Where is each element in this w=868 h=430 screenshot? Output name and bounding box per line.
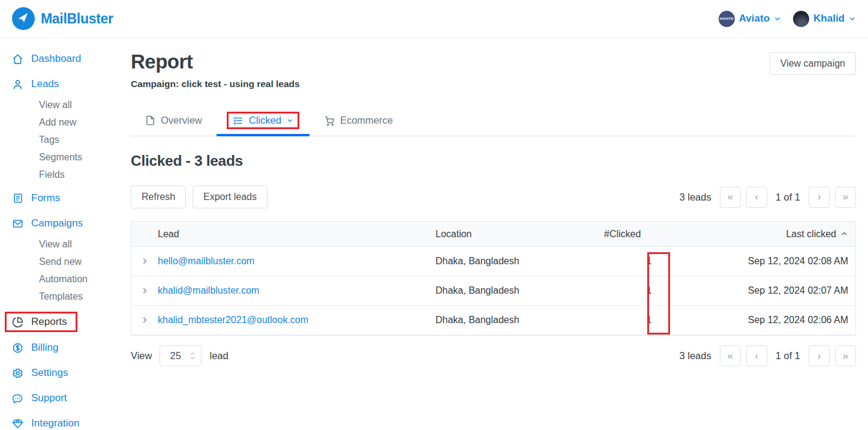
lead-location: Dhaka, Bangladesh: [435, 315, 593, 326]
user-avatar: [793, 11, 809, 27]
expand-row-button[interactable]: [131, 257, 158, 265]
sidebar-item-settings[interactable]: Settings: [12, 367, 68, 379]
leads-count: 3 leads: [679, 350, 711, 362]
gear-icon: [12, 368, 23, 379]
last-clicked-date: Sep 12, 2024 02:08 AM: [705, 256, 855, 267]
tab-label: Ecommerce: [340, 115, 393, 126]
campaign-subtitle: Campaign: click test - using real leads: [131, 79, 300, 89]
column-header-last-clicked[interactable]: Last clicked: [705, 229, 855, 240]
mailbluster-logo-icon: [12, 7, 35, 30]
sidebar-item-campaigns[interactable]: Campaigns: [12, 217, 83, 229]
tab-overview[interactable]: Overview: [131, 108, 217, 136]
sidebar-subitem-send-new[interactable]: Send new: [39, 256, 131, 267]
tab-label: Clicked: [249, 115, 281, 126]
sidebar-item-leads[interactable]: Leads: [12, 78, 59, 90]
table-row: khalid@mailbluster.com Dhaka, Bangladesh…: [131, 276, 855, 306]
lead-location: Dhaka, Bangladesh: [435, 256, 593, 267]
lead-location: Dhaka, Bangladesh: [435, 285, 593, 296]
clicked-count: 1: [593, 315, 705, 326]
column-header-location[interactable]: Location: [435, 229, 593, 240]
user-icon: [12, 79, 23, 90]
last-clicked-date: Sep 12, 2024 02:07 AM: [705, 285, 855, 296]
form-icon: [12, 193, 23, 204]
envelope-icon: [12, 218, 23, 229]
account-menu[interactable]: AVIATO Aviato: [719, 11, 781, 27]
sidebar-subitem-view-all[interactable]: View all: [39, 239, 131, 250]
view-label: View: [131, 350, 152, 362]
sidebar-item-forms[interactable]: Forms: [12, 192, 60, 204]
sidebar-subitem-segments[interactable]: Segments: [39, 152, 131, 163]
file-icon: [145, 115, 155, 126]
clicked-tab-annotation: Clicked: [227, 112, 299, 129]
sidebar-subitem-templates[interactable]: Templates: [39, 291, 131, 302]
tab-clicked[interactable]: Clicked: [217, 108, 310, 136]
table-row: hello@mailbluster.com Dhaka, Bangladesh …: [131, 247, 855, 276]
next-page-button[interactable]: ›: [809, 345, 830, 366]
page-indicator: 1 of 1: [776, 350, 800, 362]
sidebar: Dashboard Leads View all Add new Tags Se…: [0, 38, 131, 430]
user-menu-label: Khalid: [813, 13, 845, 25]
gem-icon: [12, 418, 23, 429]
clicked-count: 1: [593, 256, 705, 267]
sidebar-item-reports[interactable]: Reports: [5, 312, 77, 332]
chevron-down-icon: [849, 15, 856, 22]
last-page-button[interactable]: »: [835, 345, 856, 366]
sidebar-item-label: Forms: [31, 192, 60, 204]
pagination-bottom: 3 leads « ‹ 1 of 1 › »: [679, 345, 856, 366]
lead-email-link[interactable]: khalid@mailbluster.com: [158, 285, 259, 295]
column-header-lead[interactable]: Lead: [158, 229, 435, 240]
last-clicked-date: Sep 12, 2024 02:06 AM: [705, 315, 855, 326]
sidebar-subitem-tags[interactable]: Tags: [39, 135, 131, 145]
chevron-down-icon: [287, 117, 293, 124]
column-header-clicked[interactable]: #Clicked: [593, 229, 705, 240]
export-leads-button[interactable]: Export leads: [193, 186, 268, 208]
sidebar-item-label: Support: [31, 392, 67, 404]
clicked-count: 1: [593, 285, 705, 296]
sort-ascending-icon: [840, 230, 848, 238]
sidebar-item-integration[interactable]: Integration: [12, 417, 79, 429]
lead-email-link[interactable]: khalid_mbtester2021@outlook.com: [158, 315, 308, 325]
brand-name: MailBluster: [41, 11, 113, 27]
leads-count: 3 leads: [679, 192, 711, 203]
page-title: Report: [131, 50, 300, 73]
account-avatar: AVIATO: [719, 11, 735, 27]
leads-submenu: View all Add new Tags Segments Fields: [39, 100, 131, 180]
refresh-button[interactable]: Refresh: [131, 186, 186, 208]
sidebar-subitem-view-all[interactable]: View all: [39, 100, 131, 111]
user-menu[interactable]: Khalid: [793, 11, 856, 27]
last-page-button[interactable]: »: [835, 187, 856, 208]
page-indicator: 1 of 1: [776, 192, 800, 203]
expand-row-button[interactable]: [131, 286, 158, 295]
main-content: Report Campaign: click test - using real…: [131, 38, 868, 430]
brand[interactable]: MailBluster: [12, 7, 113, 30]
table-row: khalid_mbtester2021@outlook.com Dhaka, B…: [131, 306, 855, 335]
sidebar-item-label: Billing: [31, 342, 58, 354]
sidebar-item-label: Reports: [31, 316, 67, 328]
list-check-icon: [233, 115, 244, 126]
sidebar-item-label: Dashboard: [31, 53, 81, 65]
account-menu-label: Aviato: [739, 13, 770, 25]
campaigns-submenu: View all Send new Automation Templates: [39, 239, 131, 302]
sidebar-item-dashboard[interactable]: Dashboard: [12, 53, 81, 65]
unit-label: lead: [209, 350, 228, 362]
chat-icon: [12, 393, 23, 404]
chevron-down-icon: [774, 15, 781, 22]
per-page-select[interactable]: 25: [160, 345, 202, 366]
tab-ecommerce[interactable]: Ecommerce: [310, 108, 407, 136]
first-page-button[interactable]: «: [720, 345, 741, 366]
lead-email-link[interactable]: hello@mailbluster.com: [158, 256, 254, 266]
tab-label: Overview: [161, 115, 202, 126]
sidebar-item-billing[interactable]: Billing: [12, 342, 58, 354]
sidebar-subitem-automation[interactable]: Automation: [39, 274, 131, 285]
sidebar-subitem-add-new[interactable]: Add new: [39, 117, 131, 128]
sidebar-subitem-fields[interactable]: Fields: [39, 169, 131, 180]
sidebar-item-support[interactable]: Support: [12, 392, 67, 404]
prev-page-button[interactable]: ‹: [746, 345, 767, 366]
stepper-icons: [190, 352, 196, 360]
first-page-button[interactable]: «: [720, 187, 741, 208]
next-page-button[interactable]: ›: [809, 187, 830, 208]
view-campaign-button[interactable]: View campaign: [770, 52, 856, 75]
expand-row-button[interactable]: [131, 316, 158, 324]
dollar-circle-icon: [12, 342, 23, 354]
prev-page-button[interactable]: ‹: [746, 187, 767, 208]
